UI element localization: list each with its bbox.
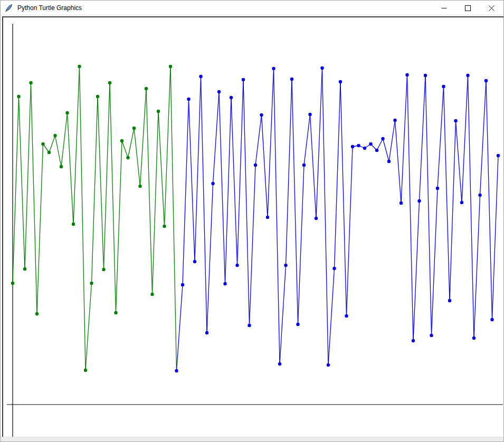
title-bar: Python Turtle Graphics (1, 1, 503, 15)
window-controls (432, 1, 503, 15)
minimize-icon (441, 5, 447, 11)
close-icon (489, 5, 495, 11)
maximize-icon (465, 5, 471, 11)
minimize-button[interactable] (432, 1, 456, 15)
window-title: Python Turtle Graphics (17, 4, 82, 12)
tk-feather-icon (5, 4, 13, 12)
bottom-resize-strip (1, 437, 503, 441)
maximize-button[interactable] (456, 1, 480, 15)
turtle-graphics-window: Python Turtle Graphics (0, 0, 504, 442)
close-button[interactable] (480, 1, 503, 15)
canvas-frame (2, 16, 503, 437)
